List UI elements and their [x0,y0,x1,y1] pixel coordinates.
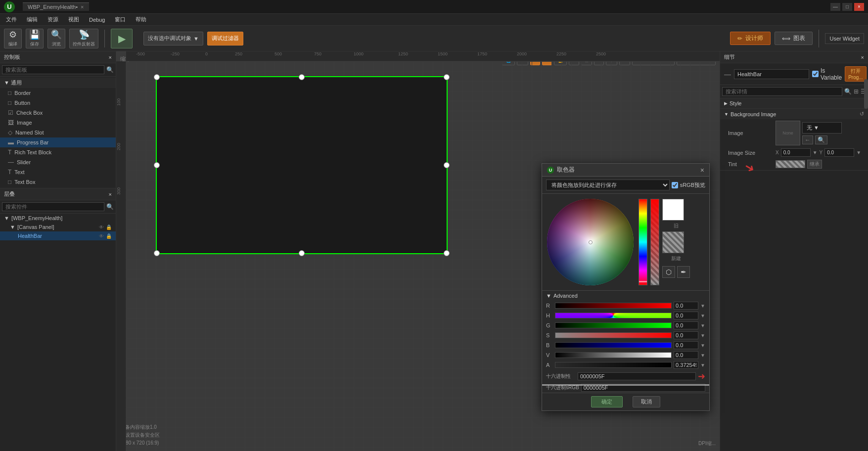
menu-window[interactable]: 窗口 [113,15,128,24]
cp-advanced-header[interactable]: ▼ Advanced [542,291,709,301]
menu-view[interactable]: 视图 [66,15,81,24]
open-prog-button[interactable]: 打开Prog... [845,66,866,82]
palette-item-progressbar[interactable]: ▬ Progress Bar [0,137,116,147]
cp-r-arrow[interactable]: ▼ [700,303,705,309]
details-grid-icon[interactable]: ⊞ [854,88,859,95]
reflector-button[interactable]: 📡 控件反射器 [69,29,98,48]
cp-v-arrow[interactable]: ▼ [700,353,705,358]
layer-eye-icon-1[interactable]: 👁 [99,225,104,230]
canvas-viewport[interactable] [156,76,448,254]
menu-debug[interactable]: Debug [87,16,107,24]
palette-item-border[interactable]: □ Border [0,88,116,98]
layers-search-input[interactable] [2,202,104,211]
win-close-btn[interactable]: × [854,3,864,11]
cp-v-bar[interactable] [555,352,672,358]
menu-edit[interactable]: 编辑 [25,15,40,24]
cp-v-input[interactable] [674,351,698,359]
cp-gradient-icon-btn[interactable]: ⬡ [662,266,675,278]
image-search-icon[interactable]: 🔍 [815,135,827,144]
cp-r-bar[interactable] [555,303,672,309]
color-wheel[interactable] [547,199,634,285]
handle-bottom-right[interactable] [444,250,450,256]
cp-h-arrow[interactable]: ▼ [700,313,705,318]
cp-h-bar[interactable] [555,313,672,318]
image-size-y-input[interactable] [824,148,854,157]
save-button[interactable]: 💾 保存 [26,29,44,48]
layer-eye-icon-2[interactable]: 👁 [99,233,104,239]
layer-lock-icon-1[interactable]: 🔒 [106,225,112,230]
image-none-dropdown[interactable]: 无 ▼ [802,122,842,134]
file-tab[interactable]: WBP_EnemyHealth• × [23,2,89,11]
palette-scrollbar[interactable] [864,79,868,109]
style-section-header[interactable]: ▶ Style [720,98,868,108]
image-size-x-arrow[interactable]: ▼ [813,150,818,155]
handle-middle-left[interactable] [154,162,160,168]
image-size-x-input[interactable] [781,148,811,157]
palette-item-text[interactable]: T Text [0,167,116,177]
debug-filter-dropdown[interactable]: 没有选中调试对象 ▼ [143,32,203,45]
palette-search-input[interactable] [2,65,104,74]
cp-b-arrow[interactable]: ▼ [700,343,705,348]
cp-hue-slider[interactable] [639,199,647,285]
compile-button[interactable]: ⚙ 编译 [4,29,22,48]
menu-help[interactable]: 帮助 [134,15,148,24]
bg-image-section-header[interactable]: ▼ Background Image ↺ [720,109,868,119]
debug-filter-sub-dropdown[interactable]: 调试过滤器 [207,32,243,45]
layer-lock-icon-2[interactable]: 🔒 [106,233,112,239]
browse-button[interactable]: 🔍 浏览 [47,29,65,48]
handle-top-left[interactable] [154,74,160,80]
layers-close-icon[interactable]: × [109,191,112,197]
cp-g-bar[interactable] [555,322,672,328]
menu-assets[interactable]: 资源 [46,15,60,24]
cp-cancel-button[interactable]: 取消 [633,396,660,407]
palette-item-richtextblock[interactable]: T Rich Text Block [0,147,116,157]
tab-close-icon[interactable]: × [81,4,84,10]
handle-top-right[interactable] [444,74,450,80]
palette-item-namedslot[interactable]: ◇ Named Slot [0,128,116,137]
cp-a-input[interactable] [674,361,698,369]
cp-s-input[interactable] [674,331,698,339]
layer-wbp-enemyhealth[interactable]: ▼ [WBP_EnemyHealth] [0,214,116,223]
cp-g-input[interactable] [674,321,698,329]
palette-common-header[interactable]: ▼ 通用 [0,78,116,88]
handle-top-middle[interactable] [299,74,305,80]
cp-hex-input[interactable] [578,372,696,380]
palette-item-textbox[interactable]: □ Text Box [0,177,116,187]
menu-file[interactable]: 文件 [4,15,19,24]
palette-close-icon[interactable]: × [109,54,112,60]
cp-s-arrow[interactable]: ▼ [700,333,705,338]
cp-save-dropdown[interactable]: 将颜色拖放到此处进行保存 [546,180,670,190]
bg-image-reset-icon[interactable]: ↺ [860,111,864,117]
handle-middle-right[interactable] [444,162,450,168]
image-size-y-arrow[interactable]: ▼ [856,150,861,155]
designer-tab[interactable]: ✏ 设计师 [730,32,771,45]
details-close-icon[interactable]: × [861,54,864,60]
cp-s-bar[interactable] [555,332,672,338]
cp-b-input[interactable] [674,341,698,349]
palette-item-image[interactable]: 🖼 Image [0,118,116,128]
win-minimize-btn[interactable]: — [830,3,840,11]
cp-r-input[interactable] [674,302,698,310]
layer-canvas-panel[interactable]: ▼ [Canvas Panel] 👁 🔒 [0,223,116,231]
is-variable-checkbox[interactable] [812,71,819,77]
color-picker-close-btn[interactable]: × [700,166,704,174]
cp-eyedropper-icon-btn[interactable]: ✒ [677,266,690,278]
layer-healthbar[interactable]: HealthBar 👁 🔒 [0,231,116,240]
palette-item-slider[interactable]: — Slider [0,157,116,167]
cp-b-bar[interactable] [555,342,672,348]
cp-g-arrow[interactable]: ▼ [700,323,705,328]
cp-a-bar[interactable] [555,362,672,368]
cp-h-input[interactable] [674,312,698,319]
image-back-icon[interactable]: ← [802,135,813,144]
tint-color-preview[interactable] [776,160,805,168]
palette-item-button[interactable]: □ Button [0,98,116,108]
details-search-input[interactable] [722,87,842,96]
graph-tab[interactable]: ⟺ 图表 [775,32,813,45]
cp-alpha-slider[interactable] [650,199,659,285]
handle-bottom-left[interactable] [154,250,160,256]
palette-item-checkbox[interactable]: ☑ Check Box [0,108,116,118]
cp-srgb-checkbox[interactable] [672,182,678,188]
image-preview[interactable]: None [776,121,800,145]
cp-ok-button[interactable]: 确定 [591,396,623,407]
cp-a-arrow[interactable]: ▼ [700,362,705,368]
